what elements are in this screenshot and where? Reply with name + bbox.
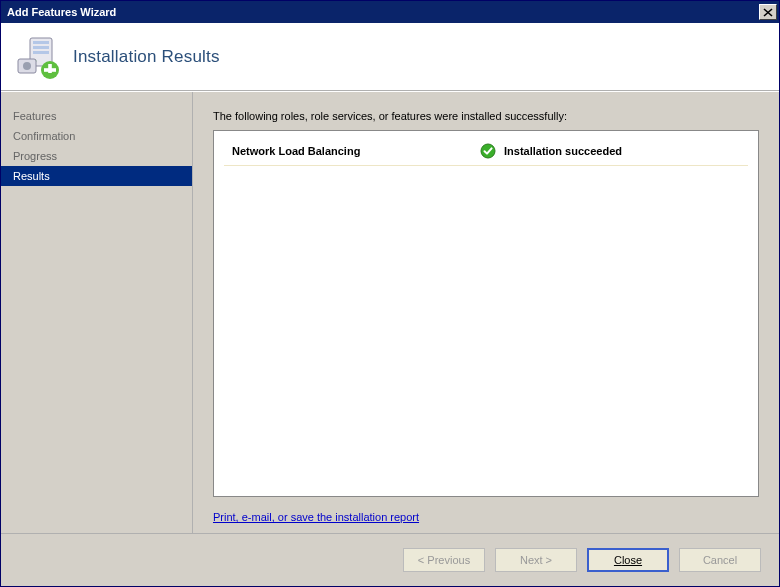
close-icon[interactable] [759, 4, 777, 20]
sidebar-item-results[interactable]: Results [1, 166, 192, 186]
svg-rect-2 [33, 46, 49, 49]
body: Features Confirmation Progress Results T… [1, 91, 779, 533]
svg-point-6 [23, 62, 31, 70]
report-link[interactable]: Print, e-mail, or save the installation … [213, 511, 759, 523]
sidebar-item-features[interactable]: Features [1, 106, 192, 126]
intro-text: The following roles, role services, or f… [213, 110, 759, 122]
svg-rect-9 [44, 68, 56, 72]
close-button-label-rest: lose [622, 554, 642, 566]
result-row: Network Load Balancing Installation succ… [224, 139, 748, 166]
svg-rect-3 [33, 51, 49, 54]
header: Installation Results [1, 23, 779, 91]
page-title: Installation Results [73, 47, 220, 67]
success-icon [480, 143, 496, 159]
titlebar: Add Features Wizard [1, 1, 779, 23]
window-title: Add Features Wizard [7, 6, 759, 18]
results-list: Network Load Balancing Installation succ… [213, 130, 759, 497]
footer: < Previous Next > Close Cancel [1, 533, 779, 586]
server-feature-icon [15, 35, 59, 79]
close-button[interactable]: Close [587, 548, 669, 572]
close-accel: C [614, 554, 622, 566]
result-feature-name: Network Load Balancing [232, 145, 472, 157]
result-status-text: Installation succeeded [504, 145, 622, 157]
wizard-window: Add Features Wizard Installation R [0, 0, 780, 587]
cancel-button: Cancel [679, 548, 761, 572]
next-button: Next > [495, 548, 577, 572]
main-panel: The following roles, role services, or f… [193, 92, 779, 533]
sidebar-item-progress[interactable]: Progress [1, 146, 192, 166]
sidebar-item-confirmation[interactable]: Confirmation [1, 126, 192, 146]
svg-rect-1 [33, 41, 49, 44]
previous-button: < Previous [403, 548, 485, 572]
sidebar: Features Confirmation Progress Results [1, 92, 193, 533]
